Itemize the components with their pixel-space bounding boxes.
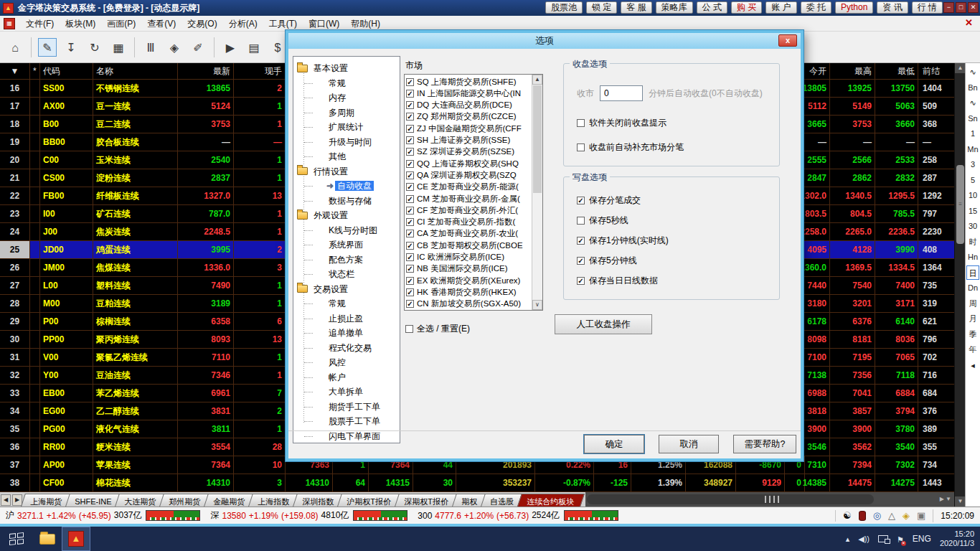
tab-连续合约板块[interactable]: 连续合约板块 — [517, 494, 585, 507]
tree-item-常规[interactable]: 常规 — [293, 76, 400, 90]
splitter-grip-icon[interactable] — [765, 496, 781, 503]
period-item-Bn[interactable]: Bn — [966, 80, 979, 95]
checkbox-icon[interactable]: ✓ — [577, 197, 585, 204]
checkbox-icon[interactable]: ✓ — [406, 183, 414, 191]
titlebar-button-9[interactable]: Python — [835, 1, 873, 14]
period-item-◂[interactable]: ◂ — [966, 358, 979, 372]
bell-icon[interactable]: △ — [888, 510, 895, 522]
scroll-down-icon[interactable]: ▼ — [955, 496, 966, 507]
period-item-30[interactable]: 30 — [966, 219, 979, 233]
home-icon[interactable]: ⌂ — [6, 38, 24, 57]
tree-item-程式化交易[interactable]: 程式化交易 — [293, 341, 400, 355]
mail-icon[interactable]: ◈ — [903, 510, 910, 522]
menu-item-7[interactable]: 工具(T) — [263, 19, 303, 29]
tab-深期权T报价[interactable]: 深期权T报价 — [395, 494, 459, 507]
checkbox-icon[interactable] — [577, 217, 585, 225]
checkbox-icon[interactable]: ✓ — [406, 288, 414, 296]
tree-item-自动收盘[interactable]: ➜自动收盘 — [293, 179, 400, 193]
checkbox-icon[interactable]: ✓ — [406, 136, 414, 144]
dollar-icon[interactable]: $ — [268, 38, 287, 57]
intraday-chart-icon[interactable]: ∿ — [966, 65, 979, 79]
vscrollbar-thumb[interactable]: ≡ — [956, 165, 964, 244]
tree-item-期货手工下单[interactable]: 期货手工下单 — [293, 400, 400, 414]
edit-formula-icon[interactable]: ✐ — [189, 38, 207, 57]
market-item[interactable]: ✓CM 芝加哥商业交易所-金属( — [406, 193, 529, 204]
checkbox-icon[interactable]: ✓ — [406, 125, 414, 133]
list-scroll-up-icon[interactable]: ▲ — [532, 75, 542, 85]
checkbox-icon[interactable]: ✓ — [406, 148, 414, 156]
checkbox-icon[interactable]: ✓ — [406, 230, 414, 237]
checkbox-icon[interactable]: ✓ — [406, 207, 414, 215]
ok-button[interactable]: 确定 — [584, 435, 644, 453]
network-icon[interactable] — [878, 535, 888, 542]
taiji-icon[interactable]: ☯ — [843, 510, 852, 522]
menu-item-2[interactable]: 板块(M) — [60, 19, 101, 29]
titlebar-button-6[interactable]: 购 买 — [731, 1, 762, 14]
tab-SHFE-INE[interactable]: SHFE-INE — [65, 494, 122, 507]
market-item[interactable]: ✓CI 芝加哥商业交易所-指数( — [406, 217, 529, 228]
market-item[interactable]: ✓CE 芝加哥商业交易所-能源( — [406, 182, 529, 193]
market-item[interactable]: ✓SZ 深圳证券交易所(SZSE) — [406, 146, 529, 158]
market-list-scrollbar[interactable]: ▲ ∨ — [532, 75, 542, 310]
tree-item-数据与存储[interactable]: 数据与存储 — [293, 194, 400, 208]
option-checkbox[interactable]: ✓保存当日日线数据 — [577, 275, 658, 287]
titlebar-button-10[interactable]: 资 讯 — [877, 1, 908, 14]
checkbox-icon[interactable]: ✓ — [406, 171, 414, 179]
tree-item-系统界面[interactable]: 系统界面 — [293, 237, 400, 252]
dialog-close-button[interactable]: x — [778, 34, 797, 47]
market-item[interactable]: ✓HK 香港期货交易所(HKEX) — [406, 286, 529, 298]
menu-item-1[interactable]: 文件(F) — [20, 19, 60, 29]
checkbox-icon[interactable]: ✓ — [406, 78, 414, 86]
tree-item-风控[interactable]: 风控 — [293, 355, 400, 369]
tabbar-scroll-region[interactable]: ▶ ▼ — [585, 492, 954, 507]
tree-item-大单拆单[interactable]: 大单拆单 — [293, 385, 400, 399]
menu-item-5[interactable]: 交易(O) — [182, 19, 222, 29]
table-row[interactable]: 38CF00棉花连续14310314310641431530353237-0.8… — [0, 474, 954, 492]
minutes-input[interactable] — [600, 85, 643, 101]
period-item-3[interactable]: 3 — [966, 157, 979, 171]
list-scroll-thumb[interactable] — [533, 85, 542, 193]
checkbox-icon[interactable]: ✓ — [406, 90, 414, 98]
restore-button[interactable]: □ — [956, 2, 966, 13]
disk-icon[interactable]: ▣ — [917, 510, 925, 522]
checkbox-icon[interactable]: ✓ — [406, 253, 414, 261]
period-item-周[interactable]: 周 — [966, 296, 979, 311]
period-item-年[interactable]: 年 — [966, 342, 979, 357]
select-all-checkbox[interactable]: 全选 / 重置(E) — [405, 323, 470, 335]
period-item-Sn[interactable]: Sn — [966, 111, 979, 126]
tree-item-配色方案[interactable]: 配色方案 — [293, 253, 400, 267]
table-vscrollbar[interactable]: ▲ ≡ ▼ — [954, 63, 965, 507]
checkbox-icon[interactable] — [405, 325, 413, 333]
checkbox-icon[interactable]: ✓ — [406, 160, 414, 168]
checkbox-icon[interactable]: ✓ — [406, 277, 414, 285]
market-item[interactable]: ✓NB 美国洲际交易所(ICE) — [406, 263, 529, 275]
market-item[interactable]: ✓QA 深圳证券期权交易(SZQ — [406, 169, 529, 181]
cancel-button[interactable]: 取消 — [659, 435, 719, 453]
minimize-button[interactable]: − — [943, 2, 954, 13]
refresh-icon[interactable]: ↻ — [85, 38, 104, 57]
market-item[interactable]: ✓ZJ 中国金融期货交易所(CFF — [406, 123, 529, 134]
checkbox-icon[interactable]: ✓ — [577, 277, 585, 285]
tab-郑州期货[interactable]: 郑州期货 — [159, 494, 211, 507]
checkbox-icon[interactable]: ✓ — [577, 257, 585, 265]
taskbar-item-trading-app[interactable]: ▲ — [62, 527, 90, 551]
menu-item-8[interactable]: 窗口(W) — [303, 19, 345, 29]
language-indicator[interactable]: ENG — [913, 534, 931, 544]
period-item-月[interactable]: 月 — [966, 311, 979, 326]
tabs-scroll-left-icon[interactable]: ◀ — [1, 494, 11, 506]
checkbox-icon[interactable]: ✓ — [406, 218, 414, 226]
tree-item-多周期[interactable]: 多周期 — [293, 105, 400, 120]
period-item-1[interactable]: 1 — [966, 126, 979, 141]
checkbox-icon[interactable] — [577, 119, 585, 127]
tree-item-状态栏[interactable]: 状态栏 — [293, 267, 400, 281]
tree-item-行情设置[interactable]: 行情设置 — [293, 164, 400, 179]
checkbox-icon[interactable] — [577, 143, 585, 151]
tree-item-交易设置[interactable]: 交易设置 — [293, 282, 400, 296]
tree-item-K线与分时图[interactable]: K线与分时图 — [293, 223, 400, 237]
tree-item-追单撤单[interactable]: 追单撤单 — [293, 326, 400, 340]
option-checkbox[interactable]: 软件关闭前收盘提示 — [577, 117, 666, 129]
checkbox-icon[interactable]: ✓ — [577, 237, 585, 245]
volume-icon[interactable]: ◀)) — [858, 534, 870, 544]
globe-icon[interactable]: ◎ — [873, 510, 881, 522]
option-checkbox[interactable]: ✓保存5分钟线 — [577, 255, 637, 267]
